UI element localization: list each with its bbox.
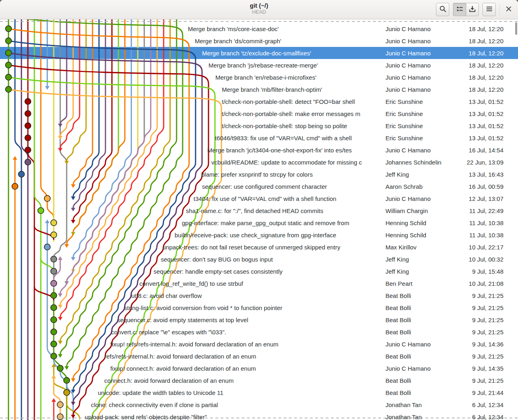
commit-subject: Merge branch 'js/rebase-recreate-merge' (0, 62, 385, 69)
commit-row[interactable]: t6046/t9833: fix use of "VAR=VAL cmd" wi… (0, 132, 518, 144)
commit-author: Junio C Hamano (385, 62, 458, 69)
commit-subject: sequencer.c: avoid empty statements at t… (0, 317, 385, 323)
commit-subject: sequencer: use configured comment charac… (0, 183, 385, 190)
commit-date: 18 Jul, 12:20 (458, 62, 503, 69)
commit-author: Jeff King (385, 256, 458, 263)
commit-row[interactable]: sha1-name.c: for ":/", find detached HEA… (0, 205, 518, 217)
commit-subject: convert log_ref_write_fd() to use strbuf (0, 280, 385, 287)
commit-row[interactable]: t/check-non-portable-shell: stop being s… (0, 120, 518, 132)
commit-date: 6 Jul, 12:34 (458, 414, 503, 420)
search-button[interactable] (436, 3, 449, 16)
commit-author: Jonathan Tan (385, 414, 458, 420)
commit-row[interactable]: connect.h: avoid forward declaration of … (0, 374, 518, 386)
commit-subject: upload-pack: send refs' objects despite … (0, 414, 385, 420)
header-separator (499, 4, 500, 15)
commit-row[interactable]: clone: check connectivity even if clone … (0, 399, 518, 411)
commit-subject: unicode: update the width tables to Unic… (0, 389, 385, 396)
commit-author: Johannes Schindelin (385, 159, 458, 166)
commit-row[interactable]: builtin/receive-pack: use check_signatur… (0, 229, 518, 241)
commit-row[interactable]: fixup! connect.h: avoid forward declarat… (0, 362, 518, 374)
commit-subject: fixup! refs/refs-internal.h: avoid forwa… (0, 341, 385, 348)
commit-date: 10 Jul, 22:17 (458, 244, 503, 251)
commit-date: 16 Jul, 00:59 (458, 183, 503, 190)
commit-row[interactable]: Merge branch 'tz/exclude-doc-smallfixes'… (0, 47, 518, 59)
commit-author: Junio C Hamano (385, 50, 458, 57)
download-tray-icon (469, 5, 476, 14)
commit-date: 18 Jul, 12:20 (458, 86, 503, 93)
commit-author: Jeff King (385, 171, 458, 178)
commit-author: Junio C Hamano (385, 38, 458, 44)
commit-row[interactable]: sequencer: handle empty-set cases consis… (0, 265, 518, 277)
commit-subject: t/check-non-portable-shell: make error m… (0, 110, 385, 117)
commit-row[interactable]: refs/refs-internal.h: avoid forward decl… (0, 350, 518, 362)
commit-author: Beat Bolli (385, 292, 458, 299)
commit-subject: t/check-non-portable-shell: stop being s… (0, 122, 385, 129)
commit-author: Max Kirillov (385, 244, 458, 251)
commit-row[interactable]: sequencer: use configured comment charac… (0, 180, 518, 192)
commit-author: Beat Bolli (385, 304, 458, 311)
commit-row[interactable]: blame: prefer xsnprintf to strcpy for co… (0, 168, 518, 180)
commit-author: Beat Bolli (385, 389, 458, 396)
menu-button[interactable] (482, 3, 496, 16)
commit-row[interactable]: t/check-non-portable-shell: detect "FOO=… (0, 95, 518, 108)
commit-subject: Merge branch 'ds/commit-graph' (0, 38, 385, 44)
commit-date: 13 Jul, 16:43 (458, 171, 503, 178)
commit-row[interactable]: Merge branch 'ds/commit-graph'Junio C Ha… (0, 35, 518, 47)
commit-author: Junio C Hamano (385, 86, 458, 93)
commit-subject: Merge branch 'en/rebase-i-microfixes' (0, 74, 385, 81)
view-toggle-group (453, 3, 479, 16)
commit-row[interactable]: Merge branch 'ms/core-icase-doc'Junio C … (0, 23, 518, 35)
commit-row[interactable]: convert log_ref_write_fd() to use strbuf… (0, 277, 518, 289)
commit-subject: convert.c: replace "\e" escapes with "\0… (0, 329, 385, 336)
commit-row[interactable]: Merge branch 'mb/filter-branch-optim'Jun… (0, 83, 518, 95)
commit-row[interactable]: t/check-non-portable-shell: make error m… (0, 108, 518, 120)
commit-date: 6 Jul, 12:34 (458, 401, 503, 408)
commit-row[interactable]: t3404: fix use of "VAR=VAL cmd" with a s… (0, 192, 518, 205)
commit-subject: clone: check connectivity even if clone … (0, 401, 385, 408)
close-icon (505, 6, 512, 14)
commit-author: Beat Bolli (385, 353, 458, 360)
commit-row[interactable]: Merge branch 'en/rebase-i-microfixes'Jun… (0, 71, 518, 83)
commit-row[interactable]: unpack-trees: do not fail reset because … (0, 241, 518, 253)
hamburger-icon (486, 5, 493, 14)
commit-row[interactable]: gpg-interface: make parse_gpg_output sta… (0, 217, 518, 229)
commit-row[interactable]: vcbuild/README: update to accommodate fo… (0, 156, 518, 168)
commit-row[interactable]: Merge branch 'js/rebase-recreate-merge'J… (0, 59, 518, 71)
commit-subject: sequencer: handle empty-set cases consis… (0, 268, 385, 275)
commit-subject: unpack-trees: do not fail reset because … (0, 244, 385, 251)
close-button[interactable] (503, 4, 514, 15)
commit-date: 9 Jul, 21:25 (458, 317, 503, 323)
commit-row[interactable]: sequencer.c: avoid empty statements at t… (0, 314, 518, 326)
commit-date: 10 Jul, 21:08 (458, 280, 503, 287)
commit-row[interactable]: sequencer: don't say BUG on bogus inputJ… (0, 253, 518, 265)
commit-row[interactable]: utf8.c: avoid char overflowBeat Bolli9 J… (0, 289, 518, 302)
commit-date: 22 Jun, 13:09 (458, 159, 503, 166)
commit-author: Junio C Hamano (385, 147, 458, 154)
commit-author: Henning Schild (385, 232, 458, 238)
commit-date: 9 Jul, 21:25 (458, 304, 503, 311)
commit-row[interactable]: fixup! refs/refs-internal.h: avoid forwa… (0, 338, 518, 350)
commit-row[interactable]: upload-pack: send refs' objects despite … (0, 411, 518, 420)
commit-date: 11 Jul, 10:38 (458, 232, 503, 238)
commit-date: 9 Jul, 14:35 (458, 365, 503, 372)
titlebar: git (~/) HEAD (0, 0, 518, 19)
commit-row[interactable]: convert.c: replace "\e" escapes with "\0… (0, 326, 518, 338)
vertical-scrollbar[interactable] (515, 22, 517, 35)
commit-author: Junio C Hamano (385, 365, 458, 372)
commit-author: Henning Schild (385, 219, 458, 226)
commit-date: 12 Jul, 13:07 (458, 195, 503, 202)
magnifier-icon (439, 5, 446, 14)
commit-date: 18 Jul, 12:20 (458, 25, 503, 32)
commit-row[interactable]: Merge branch 'jc/t3404-one-shot-export-f… (0, 144, 518, 156)
commit-author: Junio C Hamano (385, 341, 458, 348)
commit-date: 13 Jul, 01:52 (458, 110, 503, 117)
commit-date: 13 Jul, 01:52 (458, 98, 503, 105)
commit-row[interactable]: unicode: update the width tables to Unic… (0, 386, 518, 399)
import-button[interactable] (466, 3, 479, 16)
commit-date: 9 Jul, 21:25 (458, 377, 503, 384)
commit-date: 10 Jul, 00:32 (458, 256, 503, 263)
commit-row[interactable]: string-list.c: avoid conversion from voi… (0, 302, 518, 314)
commit-date: 18 Jul, 12:20 (458, 38, 503, 44)
commit-date: 11 Jul, 10:38 (458, 219, 503, 226)
list-view-button[interactable] (453, 3, 466, 16)
